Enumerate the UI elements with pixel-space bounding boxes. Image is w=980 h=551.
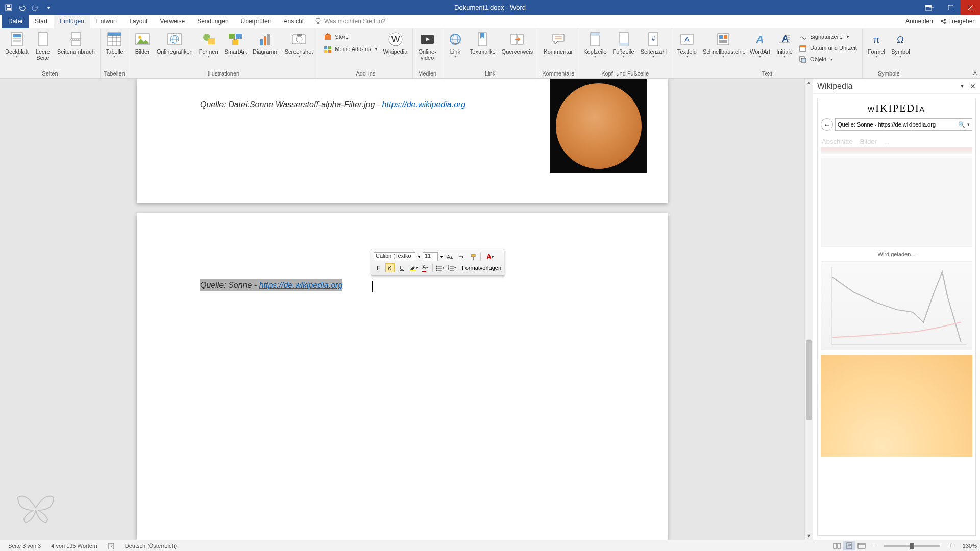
symbol-button[interactable]: ΩSymbol▾ xyxy=(888,29,913,59)
highlight-button[interactable]: ▾ xyxy=(409,263,418,272)
redo-button[interactable] xyxy=(30,2,41,13)
wikipedia-addin-button[interactable]: WWikipedia xyxy=(380,29,411,55)
tab-einfuegen[interactable]: Einfügen xyxy=(54,15,90,28)
bold-button[interactable]: F xyxy=(374,263,383,272)
link-wikipedia-2[interactable]: https://de.wikipedia.org xyxy=(259,281,343,289)
image-caption-1[interactable]: Quelle: Datei:Sonne Wasserstoff-alpha-Fi… xyxy=(200,100,465,109)
wiki-tab-images[interactable]: Bilder xyxy=(860,138,877,145)
wiki-result-card-sun[interactable] xyxy=(821,355,972,457)
seitenzahl-button[interactable]: #Seitenzahl▾ xyxy=(638,29,670,59)
onlinegrafiken-button[interactable]: Onlinegrafiken xyxy=(154,29,196,55)
italic-button[interactable]: K xyxy=(385,263,395,272)
shrink-font-button[interactable]: A▾ xyxy=(457,252,466,261)
status-proofing-icon[interactable] xyxy=(103,542,120,549)
vertical-scrollbar[interactable]: ▲ ▼ xyxy=(804,79,813,540)
fusszeile-button[interactable]: Fußzeile▾ xyxy=(609,29,637,59)
formen-button[interactable]: Formen▾ xyxy=(196,29,222,59)
sun-image[interactable] xyxy=(550,79,647,173)
wiki-search-input[interactable] xyxy=(838,121,958,128)
meine-addins-button[interactable]: Meine Add-Ins▾ xyxy=(321,43,380,55)
bullets-button[interactable]: ▾ xyxy=(435,263,445,272)
font-name-dropdown-icon[interactable]: ▾ xyxy=(418,255,420,259)
font-color-button[interactable]: A▾ xyxy=(421,263,430,272)
styles-gallery-button[interactable]: A▾ xyxy=(483,252,497,261)
zoom-in-button[interactable]: + xyxy=(944,541,957,550)
wordart-button[interactable]: AWordArt▾ xyxy=(747,29,773,59)
datum-uhrzeit-button[interactable]: Datum und Uhrzeit xyxy=(796,42,860,54)
minimize-button[interactable] xyxy=(922,0,941,15)
tab-start[interactable]: Start xyxy=(29,15,54,28)
format-painter-button[interactable] xyxy=(469,252,478,261)
deckblatt-button[interactable]: Deckblatt▾ xyxy=(2,29,32,59)
wiki-tab-sections[interactable]: Abschnitte xyxy=(822,138,853,145)
tab-entwurf[interactable]: Entwurf xyxy=(90,15,124,28)
font-size-combo[interactable]: 11 xyxy=(423,252,438,261)
zoom-value[interactable]: 130% xyxy=(957,543,977,549)
diagramm-button[interactable]: Diagramm xyxy=(250,29,282,55)
wiki-result-card[interactable] xyxy=(821,158,972,247)
objekt-button[interactable]: Objekt▾ xyxy=(796,54,860,65)
view-print-layout-button[interactable] xyxy=(843,541,855,550)
zoom-slider[interactable] xyxy=(884,545,940,547)
save-button[interactable] xyxy=(3,2,14,13)
formatvorlagen-button[interactable]: Formatvorlagen xyxy=(462,265,501,271)
formel-button[interactable]: πFormel▾ xyxy=(865,29,888,59)
tab-sendungen[interactable]: Sendungen xyxy=(191,15,234,28)
seitenumbruch-button[interactable]: Seitenumbruch xyxy=(54,29,98,55)
view-read-mode-button[interactable] xyxy=(831,541,843,550)
sign-in-link[interactable]: Anmelden xyxy=(905,18,933,25)
tab-layout[interactable]: Layout xyxy=(123,15,154,28)
bilder-button[interactable]: Bilder xyxy=(131,29,154,55)
status-words[interactable]: 4 von 195 Wörtern xyxy=(46,543,103,549)
scrollbar-thumb[interactable] xyxy=(806,340,812,420)
view-web-layout-button[interactable] xyxy=(855,541,868,550)
share-button[interactable]: Freigeben xyxy=(940,18,976,25)
qat-customize-button[interactable]: ▾ xyxy=(43,2,54,13)
zoom-slider-thumb[interactable] xyxy=(910,543,914,549)
wiki-search-box[interactable]: 🔍 ▾ xyxy=(835,118,972,131)
querverweis-button[interactable]: Querverweis xyxy=(499,29,536,55)
underline-button[interactable]: U xyxy=(397,263,406,272)
wiki-back-button[interactable]: ← xyxy=(821,118,833,131)
link-wikipedia-1[interactable]: https://de.wikipedia.org xyxy=(382,100,466,109)
wiki-result-card[interactable] xyxy=(821,147,972,154)
onlinevideo-button[interactable]: Online- video xyxy=(415,29,439,61)
numbering-button[interactable]: 123▾ xyxy=(447,263,456,272)
wiki-search-dropdown-icon[interactable]: ▾ xyxy=(967,122,970,127)
close-button[interactable] xyxy=(961,0,980,15)
undo-button[interactable] xyxy=(16,2,28,13)
image-caption-2-selected[interactable]: Quelle: Sonne - https://de.wikipedia.org xyxy=(200,281,342,290)
signaturzeile-button[interactable]: Signaturzeile▾ xyxy=(796,31,860,42)
kopfzeile-button[interactable]: Kopfzeile▾ xyxy=(580,29,609,59)
tab-file[interactable]: Datei xyxy=(2,15,29,28)
kommentar-button[interactable]: Kommentar xyxy=(541,29,576,55)
tabelle-button[interactable]: Tabelle▾ xyxy=(103,29,127,59)
tab-verweise[interactable]: Verweise xyxy=(154,15,191,28)
tab-ansicht[interactable]: Ansicht xyxy=(278,15,310,28)
link-button[interactable]: Link▾ xyxy=(444,29,467,59)
pane-menu-button[interactable]: ▼ xyxy=(960,83,965,89)
wiki-tab-more[interactable]: ... xyxy=(884,138,890,145)
grow-font-button[interactable]: A▴ xyxy=(445,252,454,261)
tab-ueberpruefen[interactable]: Überprüfen xyxy=(235,15,278,28)
wiki-result-card-graph[interactable] xyxy=(821,261,972,350)
status-language[interactable]: Deutsch (Österreich) xyxy=(120,543,182,549)
textmarke-button[interactable]: Textmarke xyxy=(467,29,499,55)
zoom-out-button[interactable]: − xyxy=(868,541,880,550)
maximize-button[interactable] xyxy=(941,0,961,15)
store-button[interactable]: Store xyxy=(321,31,380,42)
smartart-button[interactable]: SmartArt xyxy=(222,29,250,55)
textfeld-button[interactable]: ATextfeld▾ xyxy=(674,29,700,59)
pane-close-button[interactable]: ✕ xyxy=(970,82,976,90)
screenshot-button[interactable]: Screenshot▾ xyxy=(282,29,316,59)
font-name-combo[interactable]: Calibri (Textkö xyxy=(374,252,415,261)
tell-me-search[interactable]: Was möchten Sie tun? xyxy=(310,15,390,28)
initiale-button[interactable]: AInitiale▾ xyxy=(773,29,796,59)
leere-seite-button[interactable]: Leere Seite xyxy=(32,29,54,61)
scroll-up-button[interactable]: ▲ xyxy=(805,79,813,87)
font-size-dropdown-icon[interactable]: ▾ xyxy=(440,255,443,259)
collapse-ribbon-button[interactable]: ᐱ xyxy=(973,70,977,76)
document-page-3[interactable]: Quelle: Sonne - https://de.wikipedia.org… xyxy=(137,213,668,540)
status-page[interactable]: Seite 3 von 3 xyxy=(3,543,46,549)
schnellbausteine-button[interactable]: Schnellbausteine▾ xyxy=(700,29,747,59)
